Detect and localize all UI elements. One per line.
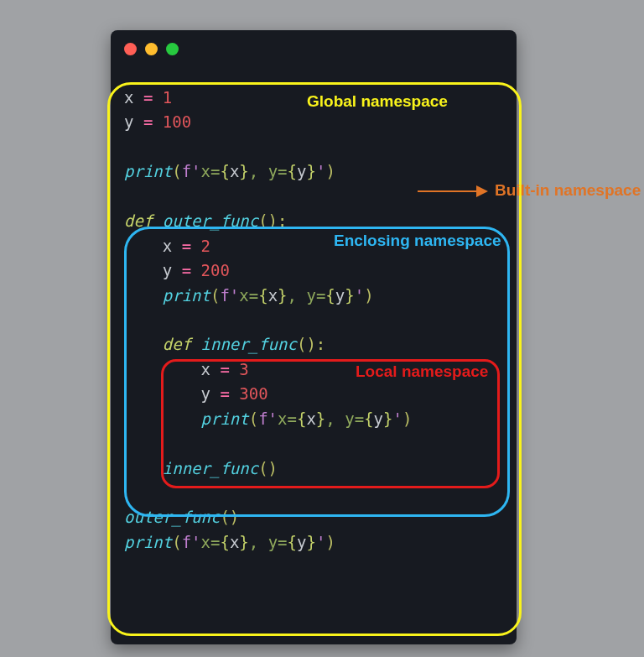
code-token: } [278,286,287,305]
code-token: y [297,533,306,551]
code-token: } [383,409,392,428]
code-token: print [163,286,210,305]
code-token: = [133,88,162,107]
code-token [191,335,200,353]
code-token: = [210,384,239,403]
code-token [124,409,201,428]
code-token: y [201,384,210,403]
code-token: = [172,237,200,255]
minimize-icon[interactable] [145,43,158,55]
code-token: } [239,162,248,180]
code-token: } [306,533,315,551]
code-token [124,360,201,378]
code-token: { [364,409,373,428]
code-token: x [306,409,315,428]
code-token: = [172,261,200,279]
code-token: () [258,459,278,477]
code-token: ( [249,409,258,428]
code-token [124,459,163,477]
code-token: y [297,162,306,180]
code-token: x [268,286,278,305]
code-token [124,261,163,279]
maximize-icon[interactable] [166,43,179,55]
code-token: x [163,237,172,255]
code-token: 300 [239,384,267,403]
code-token: ' [355,286,364,305]
code-token: , y= [249,533,288,551]
code-token [124,237,163,255]
code-token: = [210,360,239,378]
code-token: 1 [163,88,172,107]
code-token: ( [172,533,181,551]
code-token: x [230,533,239,551]
code-token: ( [210,286,220,305]
code-token: { [297,409,306,428]
code-token: def [163,335,191,353]
code-token: inner_func [201,335,297,353]
code-token: 200 [201,261,230,279]
code-token: outer_func [163,211,258,230]
code-token: x= [278,409,297,428]
code-token: ' [392,409,402,428]
code-token: outer_func [124,508,220,526]
code-token: ' [316,533,325,551]
code-token: f' [220,286,239,305]
code-token: 100 [163,112,191,131]
code-token: def [124,211,153,230]
code-token [124,384,201,403]
code-token: } [316,409,325,428]
code-token: = [133,112,162,131]
code-token: ( [172,162,181,180]
code-token: x [201,360,210,378]
code-token: print [124,533,172,551]
code-token: ) [402,409,412,428]
code-token: ) [325,162,335,180]
code-token: x= [201,162,221,180]
code-token: inner_func [163,459,258,477]
code-token: , y= [288,286,326,305]
code-token: 3 [239,360,248,378]
enclosing-namespace-label: Enclosing namespace [334,232,501,250]
code-token: ) [325,533,335,551]
code-token: } [239,533,248,551]
code-token: ) [364,286,373,305]
builtin-namespace-label: Built-in namespace [495,181,641,200]
code-token: } [306,162,315,180]
code-token: { [220,533,229,551]
code-token: { [325,286,335,305]
code-token: x [124,88,133,107]
code-token: f' [182,533,201,551]
code-token: y [124,112,133,131]
close-icon[interactable] [124,43,137,55]
code-window: x = 1 y = 100 print(f'x={x}, y={y}') def… [111,30,517,644]
code-token: y [163,261,172,279]
code-token: (): [297,335,325,353]
code-token: () [220,508,239,526]
code-token: , y= [325,409,364,428]
window-titlebar [111,30,517,67]
code-token: 2 [201,237,210,255]
code-token: (): [258,211,287,230]
code-token: y [335,286,345,305]
code-token: y [374,409,383,428]
code-token: { [258,286,267,305]
code-token [124,286,163,305]
code-token: { [220,162,229,180]
code-token: { [288,533,297,551]
code-token: print [124,162,172,180]
code-block: x = 1 y = 100 print(f'x={x}, y={y}') def… [111,67,517,563]
code-token: ' [316,162,325,180]
code-token [124,335,163,353]
code-token: f' [258,409,278,428]
code-token: x= [239,286,258,305]
code-token: { [288,162,297,180]
code-token [153,211,162,230]
local-namespace-label: Local namespace [356,362,488,381]
code-token: x= [201,533,221,551]
code-token: , y= [249,162,288,180]
code-token: x [230,162,239,180]
arrow-icon [418,190,488,193]
global-namespace-label: Global namespace [307,92,448,111]
code-token: f' [182,162,201,180]
code-token: print [201,409,249,428]
